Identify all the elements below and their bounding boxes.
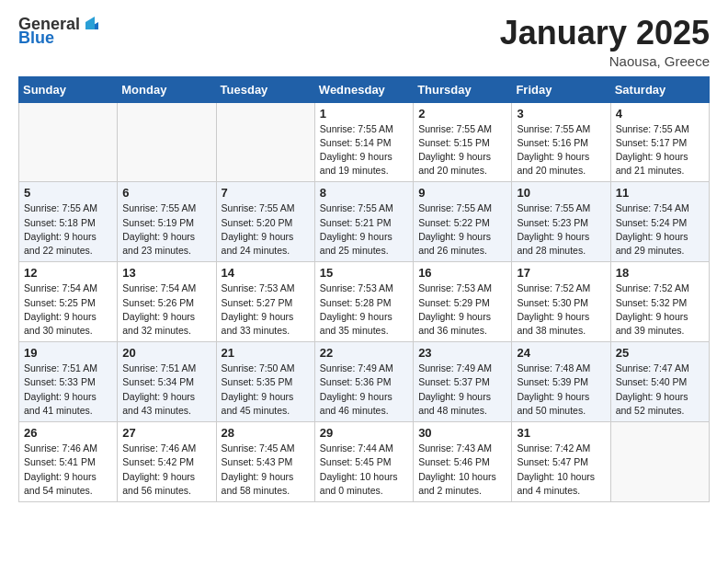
title-block: January 2025 Naousa, Greece — [500, 15, 710, 69]
week-row-3: 12Sunrise: 7:54 AM Sunset: 5:25 PM Dayli… — [19, 262, 710, 342]
day-number: 29 — [320, 426, 408, 440]
day-info: Sunrise: 7:53 AM Sunset: 5:28 PM Dayligh… — [320, 282, 408, 338]
logo-blue: Blue — [18, 29, 54, 46]
day-number: 16 — [418, 266, 506, 280]
title-location: Naousa, Greece — [500, 53, 710, 69]
day-cell: 9Sunrise: 7:55 AM Sunset: 5:22 PM Daylig… — [414, 182, 512, 262]
day-number: 1 — [320, 107, 408, 121]
day-cell: 8Sunrise: 7:55 AM Sunset: 5:21 PM Daylig… — [314, 182, 413, 262]
day-number: 10 — [517, 186, 605, 200]
day-cell — [216, 102, 314, 182]
day-cell: 30Sunrise: 7:43 AM Sunset: 5:46 PM Dayli… — [414, 422, 512, 502]
day-info: Sunrise: 7:55 AM Sunset: 5:23 PM Dayligh… — [517, 201, 605, 258]
day-info: Sunrise: 7:46 AM Sunset: 5:42 PM Dayligh… — [122, 442, 210, 498]
day-info: Sunrise: 7:51 AM Sunset: 5:33 PM Dayligh… — [24, 362, 112, 418]
day-number: 23 — [418, 346, 506, 360]
day-cell: 19Sunrise: 7:51 AM Sunset: 5:33 PM Dayli… — [19, 342, 118, 422]
logo: General Blue — [18, 15, 102, 46]
day-number: 14 — [222, 266, 310, 280]
logo-icon — [82, 13, 102, 33]
day-cell: 18Sunrise: 7:52 AM Sunset: 5:32 PM Dayli… — [610, 262, 709, 342]
day-info: Sunrise: 7:50 AM Sunset: 5:35 PM Dayligh… — [222, 362, 310, 418]
day-info: Sunrise: 7:55 AM Sunset: 5:14 PM Dayligh… — [320, 122, 408, 178]
day-info: Sunrise: 7:54 AM Sunset: 5:25 PM Dayligh… — [24, 282, 112, 338]
day-cell: 13Sunrise: 7:54 AM Sunset: 5:26 PM Dayli… — [118, 262, 216, 342]
day-info: Sunrise: 7:46 AM Sunset: 5:41 PM Dayligh… — [24, 442, 112, 498]
day-info: Sunrise: 7:49 AM Sunset: 5:37 PM Dayligh… — [418, 362, 506, 418]
header-row: SundayMondayTuesdayWednesdayThursdayFrid… — [19, 76, 710, 102]
week-row-5: 26Sunrise: 7:46 AM Sunset: 5:41 PM Dayli… — [19, 422, 710, 502]
day-number: 6 — [122, 186, 210, 200]
day-cell: 4Sunrise: 7:55 AM Sunset: 5:17 PM Daylig… — [610, 102, 709, 182]
col-header-saturday: Saturday — [610, 76, 709, 102]
day-cell: 1Sunrise: 7:55 AM Sunset: 5:14 PM Daylig… — [314, 102, 413, 182]
day-cell: 10Sunrise: 7:55 AM Sunset: 5:23 PM Dayli… — [512, 182, 610, 262]
day-info: Sunrise: 7:44 AM Sunset: 5:45 PM Dayligh… — [320, 442, 408, 498]
day-number: 19 — [24, 346, 112, 360]
day-number: 27 — [122, 426, 210, 440]
day-info: Sunrise: 7:55 AM Sunset: 5:16 PM Dayligh… — [517, 122, 605, 178]
day-info: Sunrise: 7:43 AM Sunset: 5:46 PM Dayligh… — [418, 442, 506, 498]
day-cell: 6Sunrise: 7:55 AM Sunset: 5:19 PM Daylig… — [118, 182, 216, 262]
day-cell: 21Sunrise: 7:50 AM Sunset: 5:35 PM Dayli… — [216, 342, 314, 422]
day-cell — [118, 102, 216, 182]
day-number: 18 — [616, 266, 704, 280]
day-cell — [19, 102, 118, 182]
day-info: Sunrise: 7:55 AM Sunset: 5:20 PM Dayligh… — [222, 201, 310, 258]
title-month: January 2025 — [500, 15, 710, 52]
day-cell: 28Sunrise: 7:45 AM Sunset: 5:43 PM Dayli… — [216, 422, 314, 502]
day-number: 5 — [24, 186, 112, 200]
week-row-1: 1Sunrise: 7:55 AM Sunset: 5:14 PM Daylig… — [19, 102, 710, 182]
day-number: 11 — [616, 186, 704, 200]
day-info: Sunrise: 7:55 AM Sunset: 5:18 PM Dayligh… — [24, 201, 112, 258]
day-cell: 14Sunrise: 7:53 AM Sunset: 5:27 PM Dayli… — [216, 262, 314, 342]
day-cell: 16Sunrise: 7:53 AM Sunset: 5:29 PM Dayli… — [414, 262, 512, 342]
day-info: Sunrise: 7:42 AM Sunset: 5:47 PM Dayligh… — [517, 442, 605, 498]
day-cell — [610, 422, 709, 502]
day-number: 25 — [616, 346, 704, 360]
day-number: 12 — [24, 266, 112, 280]
day-info: Sunrise: 7:52 AM Sunset: 5:30 PM Dayligh… — [517, 282, 605, 338]
day-number: 9 — [418, 186, 506, 200]
day-number: 26 — [24, 426, 112, 440]
svg-marker-1 — [85, 17, 95, 29]
day-cell: 12Sunrise: 7:54 AM Sunset: 5:25 PM Dayli… — [19, 262, 118, 342]
col-header-monday: Monday — [118, 76, 216, 102]
day-info: Sunrise: 7:48 AM Sunset: 5:39 PM Dayligh… — [517, 362, 605, 418]
day-number: 15 — [320, 266, 408, 280]
day-number: 28 — [222, 426, 310, 440]
day-cell: 25Sunrise: 7:47 AM Sunset: 5:40 PM Dayli… — [610, 342, 709, 422]
col-header-tuesday: Tuesday — [216, 76, 314, 102]
day-number: 21 — [222, 346, 310, 360]
day-number: 31 — [517, 426, 605, 440]
day-number: 30 — [418, 426, 506, 440]
day-info: Sunrise: 7:54 AM Sunset: 5:24 PM Dayligh… — [616, 201, 704, 258]
day-info: Sunrise: 7:55 AM Sunset: 5:22 PM Dayligh… — [418, 201, 506, 258]
day-number: 4 — [616, 107, 704, 121]
col-header-friday: Friday — [512, 76, 610, 102]
day-info: Sunrise: 7:55 AM Sunset: 5:21 PM Dayligh… — [320, 201, 408, 258]
header: General Blue January 2025 Naousa, Greece — [18, 15, 710, 69]
day-info: Sunrise: 7:55 AM Sunset: 5:19 PM Dayligh… — [122, 201, 210, 258]
day-cell: 29Sunrise: 7:44 AM Sunset: 5:45 PM Dayli… — [314, 422, 413, 502]
day-cell: 27Sunrise: 7:46 AM Sunset: 5:42 PM Dayli… — [118, 422, 216, 502]
day-info: Sunrise: 7:53 AM Sunset: 5:29 PM Dayligh… — [418, 282, 506, 338]
day-info: Sunrise: 7:51 AM Sunset: 5:34 PM Dayligh… — [122, 362, 210, 418]
day-cell: 3Sunrise: 7:55 AM Sunset: 5:16 PM Daylig… — [512, 102, 610, 182]
day-number: 8 — [320, 186, 408, 200]
day-info: Sunrise: 7:52 AM Sunset: 5:32 PM Dayligh… — [616, 282, 704, 338]
day-number: 13 — [122, 266, 210, 280]
col-header-wednesday: Wednesday — [314, 76, 413, 102]
day-info: Sunrise: 7:53 AM Sunset: 5:27 PM Dayligh… — [222, 282, 310, 338]
day-number: 20 — [122, 346, 210, 360]
day-info: Sunrise: 7:49 AM Sunset: 5:36 PM Dayligh… — [320, 362, 408, 418]
page: General Blue January 2025 Naousa, Greece… — [0, 0, 728, 563]
day-cell: 5Sunrise: 7:55 AM Sunset: 5:18 PM Daylig… — [19, 182, 118, 262]
day-number: 17 — [517, 266, 605, 280]
day-cell: 22Sunrise: 7:49 AM Sunset: 5:36 PM Dayli… — [314, 342, 413, 422]
day-cell: 2Sunrise: 7:55 AM Sunset: 5:15 PM Daylig… — [414, 102, 512, 182]
day-info: Sunrise: 7:45 AM Sunset: 5:43 PM Dayligh… — [222, 442, 310, 498]
calendar-table: SundayMondayTuesdayWednesdayThursdayFrid… — [18, 76, 710, 502]
week-row-2: 5Sunrise: 7:55 AM Sunset: 5:18 PM Daylig… — [19, 182, 710, 262]
day-number: 22 — [320, 346, 408, 360]
